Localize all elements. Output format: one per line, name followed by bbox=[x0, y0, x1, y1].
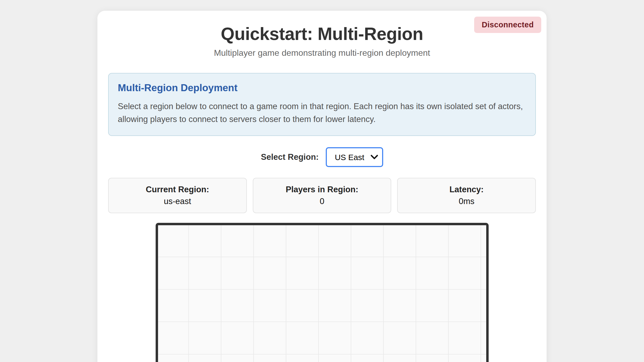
game-board-wrap bbox=[108, 223, 536, 362]
stat-latency: Latency: 0ms bbox=[397, 178, 536, 213]
stat-value: us-east bbox=[111, 195, 244, 207]
info-box-heading: Multi-Region Deployment bbox=[118, 82, 526, 94]
page-subtitle: Multiplayer game demonstrating multi-reg… bbox=[108, 48, 536, 58]
status-badge: Disconnected bbox=[474, 17, 541, 33]
stat-label: Current Region: bbox=[111, 184, 244, 195]
stat-current-region: Current Region: us-east bbox=[108, 178, 247, 213]
stat-label: Players in Region: bbox=[256, 184, 388, 195]
region-select[interactable]: US East bbox=[326, 147, 383, 167]
info-box: Multi-Region Deployment Select a region … bbox=[108, 73, 536, 136]
info-box-body: Select a region below to connect to a ga… bbox=[118, 100, 526, 126]
game-canvas[interactable] bbox=[156, 223, 489, 362]
region-selector-row: Select Region: US East bbox=[108, 147, 536, 167]
region-select-label: Select Region: bbox=[261, 152, 319, 162]
stats-row: Current Region: us-east Players in Regio… bbox=[108, 178, 536, 213]
main-card: Disconnected Quickstart: Multi-Region Mu… bbox=[97, 11, 547, 362]
stat-players-in-region: Players in Region: 0 bbox=[253, 178, 391, 213]
page-title: Quickstart: Multi-Region bbox=[108, 24, 536, 44]
stat-value: 0 bbox=[256, 195, 388, 207]
stat-label: Latency: bbox=[400, 184, 533, 195]
region-select-wrap: US East bbox=[326, 147, 383, 167]
stat-value: 0ms bbox=[400, 195, 533, 207]
